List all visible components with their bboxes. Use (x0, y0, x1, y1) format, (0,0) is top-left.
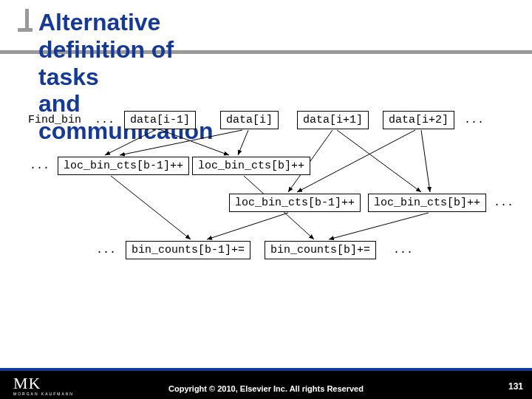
title-line-1: Alternative definition of tasks (38, 9, 174, 90)
box-loc-b-1-a: loc_bin_cts[b-1]++ (58, 157, 189, 175)
box-loc-b-1-b: loc_bin_cts[b-1]++ (229, 194, 361, 212)
box-data-i: data[i] (220, 111, 279, 129)
box-bincounts-b-1: bin_counts[b-1]+= (126, 241, 250, 259)
svg-line-11 (329, 213, 429, 239)
svg-line-10 (207, 213, 288, 239)
svg-line-6 (297, 130, 415, 192)
svg-line-2 (120, 130, 242, 155)
box-data-i2: data[i+2] (383, 111, 454, 129)
slide-footer: MK MORGAN KAUFMANN Copyright © 2010, Els… (0, 368, 532, 399)
page-number: 131 (508, 381, 523, 392)
box-loc-b-a: loc_bin_cts[b]++ (192, 157, 310, 175)
footer-accent-bar (0, 368, 532, 371)
svg-line-1 (161, 130, 229, 155)
copyright-text: Copyright © 2010, Elsevier Inc. All righ… (0, 384, 532, 393)
header-tick-v (25, 9, 29, 30)
svg-line-5 (337, 130, 421, 192)
box-bincounts-b: bin_counts[b]+= (265, 241, 376, 259)
task-diagram: Find_bin ... data[i-1] data[i] data[i+1]… (0, 103, 532, 310)
svg-line-8 (111, 176, 191, 239)
svg-line-3 (238, 130, 248, 155)
header-tick-h (18, 28, 33, 32)
svg-line-0 (105, 130, 155, 155)
box-loc-b-b: loc_bin_cts[b]++ (368, 194, 486, 212)
box-data-i-1: data[i-1] (124, 111, 196, 129)
box-data-i1: data[i+1] (297, 111, 369, 129)
svg-line-7 (421, 130, 430, 192)
